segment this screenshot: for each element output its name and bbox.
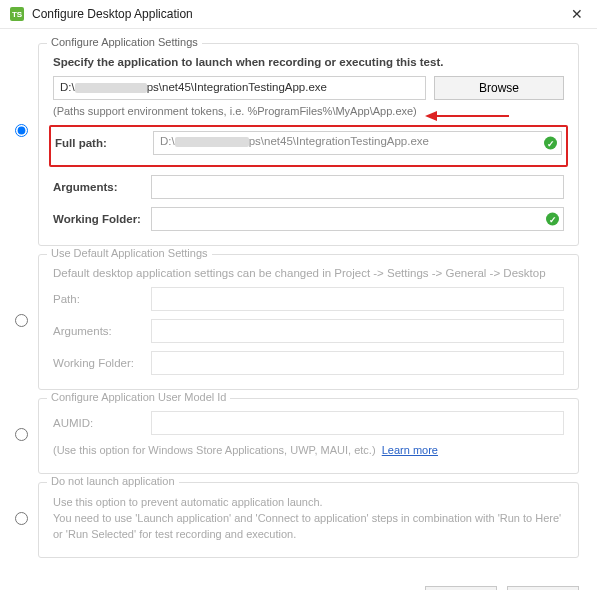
ok-button[interactable]: OK — [425, 586, 497, 590]
cancel-button[interactable]: Cancel — [507, 586, 579, 590]
section-configure-app: Configure Application Settings Specify t… — [38, 43, 579, 246]
browse-button[interactable]: Browse — [434, 76, 564, 100]
full-path-input[interactable]: D:\ps\net45\IntegrationTestingApp.exe — [153, 131, 562, 155]
application-path-input[interactable]: D:\ps\net45\IntegrationTestingApp.exe — [53, 76, 426, 100]
arrow-icon — [423, 109, 511, 123]
dialog-footer: OK Cancel — [0, 576, 597, 590]
close-icon[interactable]: ✕ — [567, 6, 587, 22]
arguments-label: Arguments: — [53, 181, 145, 193]
hint-row: (Paths support environment tokens, i.e. … — [53, 105, 564, 127]
section-default-settings: Use Default Application Settings Default… — [38, 254, 579, 390]
arguments-label: Arguments: — [53, 325, 145, 337]
aumid-input — [151, 411, 564, 435]
radio-configure-app[interactable] — [15, 124, 28, 140]
window-title: Configure Desktop Application — [32, 7, 567, 21]
dialog-body: Configure Application Settings Specify t… — [0, 29, 597, 576]
redacted-segment — [75, 83, 147, 93]
section-legend: Use Default Application Settings — [47, 247, 212, 259]
default-path-input — [151, 287, 564, 311]
radio-default-settings[interactable] — [15, 314, 28, 330]
section-legend: Configure Application User Model Id — [47, 391, 230, 403]
app-icon: TS — [10, 7, 24, 21]
full-path-label: Full path: — [55, 137, 147, 149]
working-folder-label: Working Folder: — [53, 213, 145, 225]
svg-marker-1 — [425, 111, 437, 121]
title-bar: TS Configure Desktop Application ✕ — [0, 0, 597, 29]
section-legend: Configure Application Settings — [47, 36, 202, 48]
redacted-segment — [175, 137, 249, 147]
section-aumid: Configure Application User Model Id AUMI… — [38, 398, 579, 474]
full-path-highlight: Full path: D:\ps\net45\IntegrationTestin… — [49, 125, 568, 167]
path-row: D:\ps\net45\IntegrationTestingApp.exe Br… — [53, 76, 564, 100]
path-label: Path: — [53, 293, 145, 305]
instruction-text: Default desktop application settings can… — [53, 267, 564, 279]
section-no-launch: Do not launch application Use this optio… — [38, 482, 579, 558]
radio-no-launch[interactable] — [15, 512, 28, 528]
working-folder-label: Working Folder: — [53, 357, 145, 369]
instruction-text: Specify the application to launch when r… — [53, 56, 564, 68]
radio-aumid[interactable] — [15, 428, 28, 444]
default-working-folder-input — [151, 351, 564, 375]
working-folder-input[interactable] — [151, 207, 564, 231]
section-legend: Do not launch application — [47, 475, 179, 487]
learn-more-link[interactable]: Learn more — [382, 444, 438, 456]
check-icon — [544, 137, 557, 150]
aumid-label: AUMID: — [53, 417, 145, 429]
aumid-hint: (Use this option for Windows Store Appli… — [53, 443, 564, 459]
arguments-input[interactable] — [151, 175, 564, 199]
check-icon — [546, 213, 559, 226]
path-hint: (Paths support environment tokens, i.e. … — [53, 105, 417, 117]
no-launch-note: Use this option to prevent automatic app… — [53, 495, 564, 543]
default-arguments-input — [151, 319, 564, 343]
